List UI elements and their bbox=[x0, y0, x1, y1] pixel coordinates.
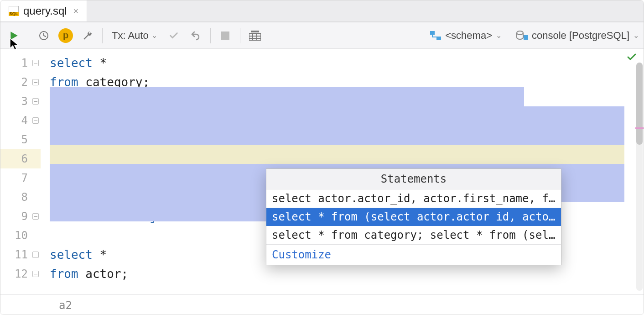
line-number: 3 bbox=[0, 92, 41, 111]
svg-rect-8 bbox=[251, 31, 259, 32]
schema-icon bbox=[430, 30, 441, 41]
line-number: 6 bbox=[0, 149, 41, 168]
p-badge[interactable]: p bbox=[57, 26, 75, 45]
error-stripe-marker[interactable] bbox=[635, 127, 644, 129]
line-number: 7 bbox=[0, 168, 41, 188]
line-number: 8 bbox=[0, 188, 41, 207]
line-number: 9 bbox=[0, 207, 41, 226]
fold-icon[interactable] bbox=[32, 213, 39, 220]
popup-item[interactable]: select * from category; select * from (s… bbox=[266, 226, 561, 244]
datasource-icon bbox=[516, 31, 528, 41]
console-dropdown[interactable]: console [PostgreSQL] ⌄ bbox=[516, 30, 639, 42]
tab-bar: SQL query.sql × bbox=[0, 0, 644, 22]
tab-filename: query.sql bbox=[23, 5, 67, 17]
inspection-ok-icon[interactable] bbox=[626, 52, 637, 63]
line-gutter: 1 2 3 4 5 6 7 8 9 10 11 12 bbox=[0, 49, 41, 315]
fold-icon[interactable] bbox=[32, 60, 39, 66]
toolbar-separator bbox=[29, 28, 29, 43]
chevron-down-icon: ⌄ bbox=[496, 31, 502, 40]
sql-file-icon: SQL bbox=[9, 6, 19, 16]
popup-title: Statements bbox=[266, 169, 561, 189]
svg-rect-3 bbox=[249, 33, 261, 41]
file-tab[interactable]: SQL query.sql × bbox=[0, 0, 87, 21]
code-area[interactable]: select * from category; select * from (s… bbox=[41, 49, 644, 315]
wrench-icon[interactable] bbox=[78, 26, 97, 45]
svg-rect-2 bbox=[221, 31, 229, 40]
rollback-icon[interactable] bbox=[187, 26, 205, 45]
svg-rect-9 bbox=[430, 31, 435, 35]
history-icon[interactable] bbox=[35, 26, 53, 45]
code-line: select * bbox=[50, 53, 644, 73]
code-editor[interactable]: 1 2 3 4 5 6 7 8 9 10 11 12 select * from… bbox=[0, 49, 644, 315]
popup-customize-link[interactable]: Customize bbox=[266, 244, 561, 265]
svg-point-11 bbox=[517, 31, 523, 35]
line-number: 1 bbox=[0, 53, 41, 73]
console-label: console [PostgreSQL] bbox=[532, 30, 629, 42]
fold-icon[interactable] bbox=[32, 79, 39, 85]
chevron-down-icon: ⌄ bbox=[633, 31, 639, 40]
svg-rect-10 bbox=[436, 37, 441, 40]
data-grid-icon[interactable] bbox=[246, 26, 264, 45]
close-tab-icon[interactable]: × bbox=[73, 6, 79, 16]
stop-icon[interactable] bbox=[216, 26, 234, 45]
svg-marker-0 bbox=[10, 31, 17, 40]
svg-rect-12 bbox=[524, 35, 528, 40]
line-number: 5 bbox=[0, 130, 41, 149]
popup-item[interactable]: select actor.actor_id, actor.first_name,… bbox=[266, 189, 561, 208]
line-number: 2 bbox=[0, 73, 41, 92]
line-number: 11 bbox=[0, 245, 41, 264]
line-number: 4 bbox=[0, 111, 41, 130]
schema-dropdown[interactable]: <schema> ⌄ bbox=[430, 30, 502, 42]
fold-icon[interactable] bbox=[32, 117, 39, 124]
breadcrumb-text: a2 bbox=[59, 299, 72, 312]
statements-popup: Statements select actor.actor_id, actor.… bbox=[266, 168, 561, 265]
fold-icon[interactable] bbox=[32, 252, 39, 258]
run-button[interactable] bbox=[5, 26, 23, 45]
toolbar-separator bbox=[102, 28, 103, 43]
toolbar-separator bbox=[240, 28, 240, 43]
tx-label: Tx: Auto bbox=[112, 30, 149, 42]
toolbar-separator bbox=[210, 28, 211, 43]
fold-icon[interactable] bbox=[32, 98, 39, 105]
line-number: 12 bbox=[0, 264, 41, 284]
fold-icon[interactable] bbox=[32, 271, 39, 277]
code-line: from actor; bbox=[50, 264, 644, 284]
line-number: 10 bbox=[0, 226, 41, 245]
tx-mode-dropdown[interactable]: Tx: Auto ⌄ bbox=[108, 30, 161, 42]
editor-toolbar: p Tx: Auto ⌄ <schema> ⌄ console [Postgre… bbox=[0, 22, 644, 49]
schema-label: <schema> bbox=[445, 30, 492, 42]
chevron-down-icon: ⌄ bbox=[151, 31, 157, 40]
scrollbar-thumb[interactable] bbox=[636, 63, 643, 145]
breadcrumb-bar: a2 bbox=[0, 294, 644, 315]
popup-item[interactable]: select * from (select actor.actor_id, ac… bbox=[266, 208, 561, 226]
commit-icon[interactable] bbox=[165, 26, 183, 45]
